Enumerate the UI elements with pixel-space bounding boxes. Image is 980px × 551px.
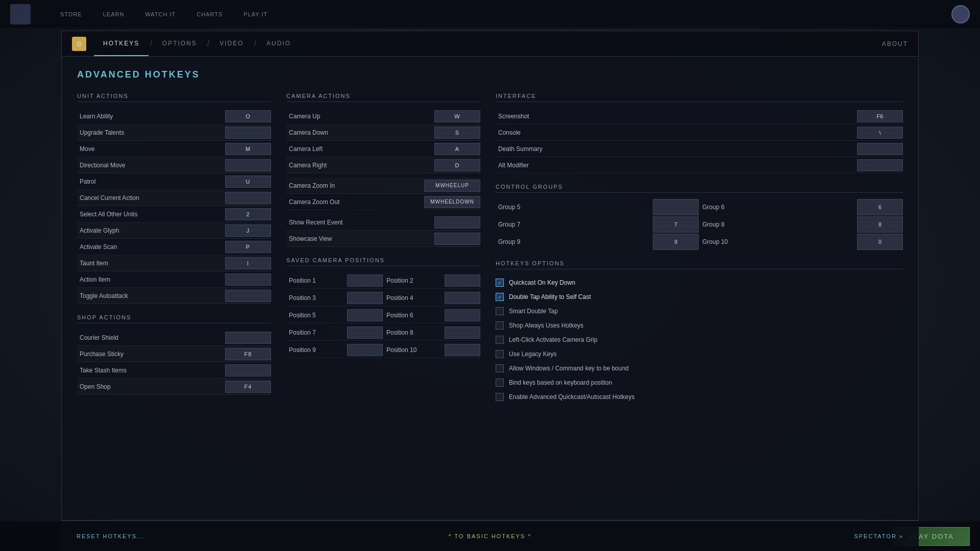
camera-action-key[interactable]: MWHEELUP <box>424 180 480 192</box>
position-key[interactable] <box>445 309 480 321</box>
shop-action-key[interactable]: F8 <box>225 348 271 360</box>
cg-label: Group 9 <box>496 234 652 250</box>
checkbox[interactable] <box>496 307 504 315</box>
camera-action-key[interactable]: A <box>434 143 480 155</box>
position-key[interactable] <box>445 292 480 304</box>
column-interface: INTERFACE Screenshot F6 Console \ Death … <box>496 93 903 404</box>
spectator-button[interactable]: SPECTATOR » <box>854 533 903 539</box>
unit-action-key[interactable]: J <box>225 224 271 237</box>
hotkeys-options-list: Quickcast On Key Down Double Tap Ability… <box>496 276 903 404</box>
unit-action-key[interactable] <box>225 290 271 302</box>
checkbox[interactable] <box>496 336 504 344</box>
checkbox[interactable] <box>496 350 504 358</box>
cg-key[interactable] <box>653 199 699 215</box>
camera-action-key[interactable]: D <box>434 159 480 171</box>
unit-action-key[interactable]: U <box>225 176 271 188</box>
camera-action-key[interactable] <box>434 233 480 245</box>
camera-action-label: Camera Down <box>286 129 434 136</box>
unit-action-key[interactable]: O <box>225 110 271 122</box>
interface-row: Console \ <box>496 124 903 141</box>
checkbox-label: Quickcast On Key Down <box>509 279 575 286</box>
cg-label: Group 8 <box>700 216 856 233</box>
cg-key[interactable]: 7 <box>653 216 699 233</box>
unit-action-key[interactable]: I <box>225 257 271 269</box>
nav-play[interactable]: PLAY IT <box>239 9 272 19</box>
position-key[interactable] <box>445 274 480 287</box>
basic-hotkeys-button[interactable]: ^ TO BASIC HOTKEYS ^ <box>448 533 531 539</box>
cg-key[interactable]: 9 <box>653 234 699 250</box>
checkbox-label: Use Legacy Keys <box>509 350 556 358</box>
camera-action-key[interactable] <box>434 216 480 229</box>
nav-learn[interactable]: LEARN <box>99 9 129 19</box>
checkbox[interactable] <box>496 364 504 372</box>
tab-options[interactable]: OPTIONS <box>153 31 206 56</box>
position-key[interactable] <box>445 327 480 339</box>
position-row: Position 7 <box>286 324 383 341</box>
tab-audio[interactable]: AUDIO <box>257 31 300 56</box>
interface-key[interactable]: F6 <box>857 110 903 122</box>
column-unit: UNIT ACTIONS Learn Ability O Upgrade Tal… <box>77 93 271 404</box>
unit-action-label: Patrol <box>77 178 225 185</box>
hotkey-option-row: Enable Advanced Quickcast/Autocast Hotke… <box>496 390 903 404</box>
checkbox[interactable] <box>496 321 504 330</box>
position-key[interactable] <box>347 344 383 356</box>
unit-action-row: Upgrade Talents <box>77 124 271 141</box>
position-label: Position 10 <box>384 346 445 354</box>
unit-action-key[interactable] <box>225 273 271 286</box>
reset-hotkeys-button[interactable]: RESET HOTKEYS... <box>77 533 144 539</box>
interface-key[interactable] <box>857 143 903 155</box>
shop-action-label: Purchase Sticky <box>77 350 225 358</box>
camera-action-key[interactable]: S <box>434 127 480 139</box>
unit-action-label: Action Item <box>77 276 225 283</box>
shop-action-key[interactable]: F4 <box>225 381 271 393</box>
tab-hotkeys[interactable]: HOTKEYS <box>94 31 149 56</box>
about-link[interactable]: ABOUT <box>882 40 908 47</box>
cg-key[interactable]: 8 <box>857 216 903 233</box>
unit-action-label: Learn Ability <box>77 113 225 120</box>
unit-action-key[interactable] <box>225 159 271 171</box>
interface-key[interactable]: \ <box>857 127 903 139</box>
divider-3: / <box>254 39 256 48</box>
position-label: Position 6 <box>384 312 445 319</box>
position-key[interactable] <box>347 309 383 321</box>
position-key[interactable] <box>347 274 383 287</box>
interface-key[interactable] <box>857 159 903 171</box>
camera-action-key[interactable]: W <box>434 110 480 122</box>
unit-action-row: Learn Ability O <box>77 108 271 124</box>
position-label: Position 3 <box>286 294 347 302</box>
control-groups-section: CONTROL GROUPS Group 5Group 66Group 77Gr… <box>496 184 903 250</box>
nav-charts[interactable]: CHARTS <box>192 9 227 19</box>
cg-key[interactable]: 0 <box>857 234 903 250</box>
shop-action-row: Purchase Sticky F8 <box>77 346 271 362</box>
cg-key[interactable]: 6 <box>857 199 903 215</box>
checkbox[interactable] <box>496 393 504 401</box>
top-bar-right <box>951 5 970 23</box>
unit-action-label: Taunt Item <box>77 260 225 267</box>
unit-action-key[interactable] <box>225 192 271 204</box>
unit-action-key[interactable]: 2 <box>225 208 271 220</box>
tab-bar: ⚙ HOTKEYS / OPTIONS / VIDEO / AUDIO ABOU… <box>62 31 918 57</box>
user-avatar[interactable] <box>951 5 970 23</box>
nav-watch[interactable]: WATCH IT <box>141 9 180 19</box>
checkbox[interactable] <box>496 379 504 387</box>
unit-action-row: Activate Scan P <box>77 239 271 255</box>
unit-action-key[interactable] <box>225 127 271 139</box>
nav-store[interactable]: STORE <box>56 9 86 19</box>
saved-positions-title: SAVED CAMERA POSITIONS <box>286 257 480 266</box>
top-nav: STORE LEARN WATCH IT CHARTS PLAY IT <box>56 9 272 19</box>
camera-action-key[interactable]: MWHEELDOWN <box>424 196 480 208</box>
position-key[interactable] <box>445 344 480 356</box>
position-key[interactable] <box>347 292 383 304</box>
position-key[interactable] <box>347 327 383 339</box>
unit-action-key[interactable]: P <box>225 241 271 253</box>
unit-action-key[interactable]: M <box>225 143 271 155</box>
checkbox[interactable] <box>496 279 504 287</box>
hotkey-option-row: Bind keys based on keyboard position <box>496 375 903 390</box>
camera-action-row: Showcase View <box>286 231 480 247</box>
shop-action-key[interactable] <box>225 332 271 344</box>
tab-video[interactable]: VIDEO <box>210 31 253 56</box>
shop-action-key[interactable] <box>225 364 271 377</box>
checkbox[interactable] <box>496 293 504 301</box>
cg-label: Group 10 <box>700 234 856 250</box>
position-label: Position 2 <box>384 277 445 284</box>
